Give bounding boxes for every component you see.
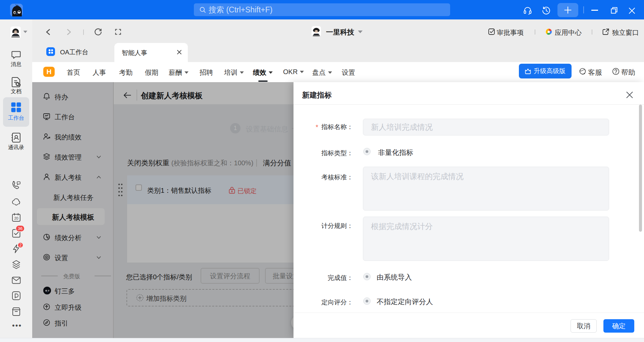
svg-text:20: 20 bbox=[14, 216, 18, 220]
